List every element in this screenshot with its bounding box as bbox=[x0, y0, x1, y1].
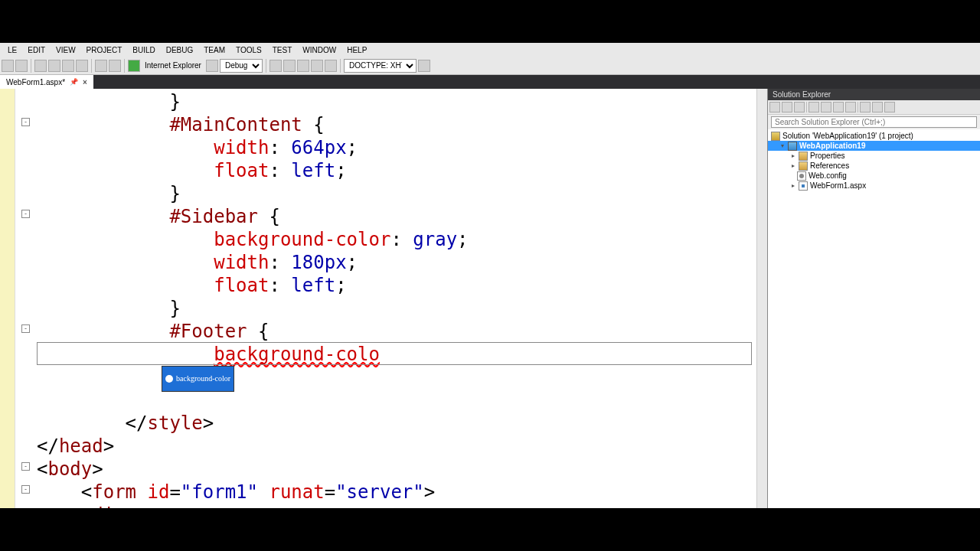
code-line[interactable]: <body> bbox=[37, 458, 756, 481]
se-refresh-icon[interactable] bbox=[782, 102, 792, 112]
collapse-icon[interactable]: - bbox=[21, 210, 30, 218]
tree-node-webform[interactable]: ▸ WebForm1.aspx bbox=[768, 181, 980, 191]
menu-team[interactable]: TEAM bbox=[199, 45, 230, 55]
menu-project[interactable]: PROJECT bbox=[82, 45, 127, 55]
code-line[interactable]: } bbox=[37, 90, 756, 113]
collapse-icon[interactable]: - bbox=[21, 462, 30, 471]
code-line[interactable]: width: 180px; bbox=[37, 251, 756, 274]
menu-bar: LE EDIT VIEW PROJECT BUILD DEBUG TEAM TO… bbox=[0, 43, 980, 57]
document-tab-bar: WebForm1.aspx* 📌 × bbox=[0, 75, 980, 89]
menu-debug[interactable]: DEBUG bbox=[162, 45, 198, 55]
tb-icon-1[interactable] bbox=[270, 60, 282, 72]
se-properties-icon[interactable] bbox=[833, 102, 844, 112]
code-line[interactable]: } bbox=[37, 182, 756, 205]
se-icon-8[interactable] bbox=[860, 102, 871, 112]
collapse-icon[interactable]: - bbox=[21, 324, 30, 333]
nav-forward-icon[interactable] bbox=[15, 60, 28, 72]
document-tab[interactable]: WebForm1.aspx* 📌 × bbox=[0, 75, 93, 89]
menu-tools[interactable]: TOOLS bbox=[231, 45, 266, 55]
menu-window[interactable]: WINDOW bbox=[298, 45, 341, 55]
tb-icon-5[interactable] bbox=[325, 60, 337, 72]
expand-icon[interactable]: ▸ bbox=[789, 162, 796, 169]
collapse-icon[interactable]: - bbox=[21, 118, 30, 126]
intellisense-label: background-color bbox=[176, 367, 230, 390]
menu-build[interactable]: BUILD bbox=[128, 45, 159, 55]
code-editor[interactable]: - - - - - background-color } #MainConten… bbox=[0, 89, 767, 508]
intellisense-item-icon bbox=[165, 375, 173, 383]
project-icon bbox=[788, 142, 797, 151]
menu-view[interactable]: VIEW bbox=[51, 45, 80, 55]
solution-node[interactable]: Solution 'WebApplication19' (1 project) bbox=[768, 131, 980, 141]
tab-close-icon[interactable]: × bbox=[83, 78, 87, 86]
se-collapse-icon[interactable] bbox=[808, 102, 819, 112]
main-toolbar: Internet Explorer Debug DOCTYPE: XHTML5 bbox=[0, 57, 980, 75]
solution-search-input[interactable] bbox=[771, 116, 977, 128]
tab-label: WebForm1.aspx* bbox=[6, 78, 65, 86]
code-line[interactable]: } bbox=[37, 366, 756, 389]
expand-icon[interactable]: ▸ bbox=[789, 182, 796, 189]
code-line[interactable]: #Footer { bbox=[37, 320, 756, 343]
tree-node-properties[interactable]: ▸ Properties bbox=[768, 151, 980, 161]
tb-icon-6[interactable] bbox=[418, 60, 430, 72]
code-line[interactable]: } bbox=[37, 297, 756, 320]
project-node[interactable]: ▾ WebApplication19 bbox=[768, 141, 980, 151]
open-file-icon[interactable] bbox=[48, 60, 60, 72]
solution-tree: Solution 'WebApplication19' (1 project) … bbox=[768, 129, 980, 508]
code-line[interactable]: </head> bbox=[37, 435, 756, 458]
code-line[interactable]: #MainContent { bbox=[37, 113, 756, 136]
se-icon-9[interactable] bbox=[872, 102, 883, 112]
doctype-dropdown[interactable]: DOCTYPE: XHTML5 bbox=[344, 59, 416, 73]
current-line-highlight bbox=[37, 342, 752, 365]
code-line[interactable]: <form id="form1" runat="server"> bbox=[37, 481, 756, 504]
code-line[interactable]: <div> bbox=[37, 504, 756, 508]
se-preview-icon[interactable] bbox=[845, 102, 856, 112]
tb-icon-4[interactable] bbox=[311, 60, 323, 72]
save-icon[interactable] bbox=[62, 60, 74, 72]
code-line[interactable]: float: left; bbox=[37, 274, 756, 297]
tree-node-references[interactable]: ▸ References bbox=[768, 161, 980, 171]
menu-test[interactable]: TEST bbox=[268, 45, 297, 55]
solution-icon bbox=[771, 132, 780, 141]
code-line[interactable]: float: left; bbox=[37, 159, 756, 182]
aspx-file-icon bbox=[799, 181, 808, 191]
browser-label: Internet Explorer bbox=[142, 61, 204, 70]
se-home-icon[interactable] bbox=[769, 102, 780, 112]
code-line[interactable]: width: 664px; bbox=[37, 136, 756, 159]
tree-node-webconfig[interactable]: Web.config bbox=[768, 171, 980, 181]
code-line[interactable]: background-color: gray; bbox=[37, 228, 756, 251]
references-icon bbox=[799, 161, 808, 171]
se-sync-icon[interactable] bbox=[794, 102, 805, 112]
code-line[interactable] bbox=[37, 389, 756, 412]
nav-back-icon[interactable] bbox=[2, 60, 14, 72]
intellisense-popup[interactable]: background-color bbox=[162, 366, 234, 392]
menu-edit[interactable]: EDIT bbox=[23, 45, 50, 55]
tb-icon-3[interactable] bbox=[297, 60, 309, 72]
collapse-icon[interactable]: - bbox=[21, 485, 30, 494]
save-all-icon[interactable] bbox=[76, 60, 88, 72]
menu-help[interactable]: HELP bbox=[342, 45, 371, 55]
code-line[interactable]: #Sidebar { bbox=[37, 205, 756, 228]
tb-icon-2[interactable] bbox=[283, 60, 296, 72]
new-project-icon[interactable] bbox=[34, 60, 47, 72]
menu-file[interactable]: LE bbox=[3, 45, 21, 55]
solution-config-dropdown[interactable]: Debug bbox=[220, 59, 263, 73]
solution-explorer-toolbar bbox=[768, 100, 980, 115]
expand-icon[interactable]: ▸ bbox=[789, 152, 796, 159]
outlining-margin: - - - - - bbox=[15, 89, 37, 508]
undo-icon[interactable] bbox=[95, 60, 107, 72]
vertical-scrollbar[interactable] bbox=[756, 89, 767, 508]
solution-explorer-panel: Solution Explorer bbox=[767, 89, 980, 508]
se-showall-icon[interactable] bbox=[821, 102, 831, 112]
se-icon-10[interactable] bbox=[884, 102, 895, 112]
start-icon[interactable] bbox=[128, 60, 140, 72]
tab-pin-icon[interactable]: 📌 bbox=[70, 78, 78, 86]
redo-icon[interactable] bbox=[109, 60, 121, 72]
wrench-icon bbox=[799, 152, 808, 161]
editor-margin bbox=[0, 89, 15, 508]
expand-icon[interactable]: ▾ bbox=[779, 142, 786, 149]
config-file-icon bbox=[797, 171, 806, 181]
code-line[interactable]: </style> bbox=[37, 412, 756, 435]
browser-dropdown-icon[interactable] bbox=[206, 60, 218, 72]
solution-explorer-title: Solution Explorer bbox=[768, 89, 980, 100]
